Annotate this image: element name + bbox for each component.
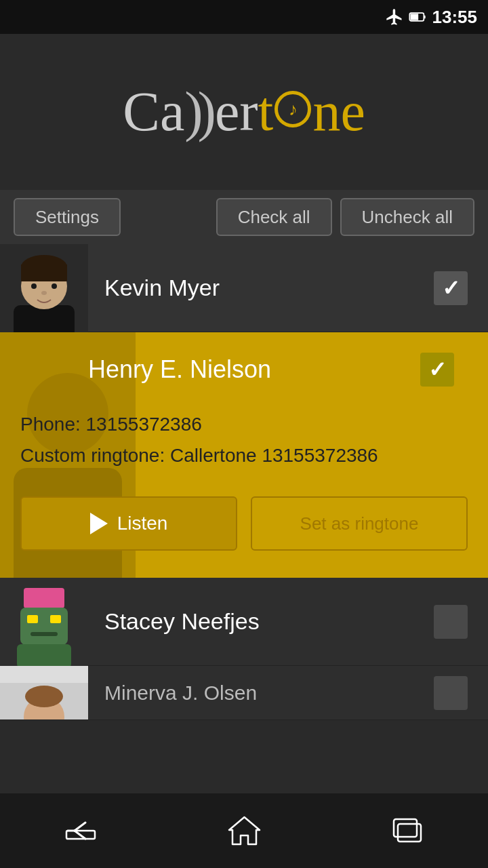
avatar-stacey xyxy=(0,578,88,666)
check-all-button[interactable]: Check all xyxy=(216,198,332,236)
henry-details: Phone: 13155372386 Custom ringtone: Call… xyxy=(0,400,488,483)
status-icons xyxy=(385,7,427,26)
svg-rect-15 xyxy=(24,588,64,608)
minerva-check-icon xyxy=(434,676,468,710)
svg-point-8 xyxy=(31,283,37,289)
recent-icon xyxy=(388,816,426,846)
minerva-name: Minerva J. Olsen xyxy=(88,682,427,705)
nav-bar xyxy=(0,793,488,868)
svg-rect-16 xyxy=(20,608,68,645)
status-time: 13:55 xyxy=(432,7,478,28)
svg-point-9 xyxy=(52,283,57,289)
henry-check-icon xyxy=(420,353,454,387)
contact-row-henry[interactable]: Henry E. Nielson Phone: 13155372386 Cust… xyxy=(0,332,488,578)
contact-row-stacey[interactable]: Stacey Neefjes xyxy=(0,578,488,666)
svg-rect-17 xyxy=(27,615,38,623)
status-bar: 13:55 xyxy=(0,0,488,34)
henry-phone: Phone: 13155372386 xyxy=(20,414,468,435)
toolbar: Settings Check all Uncheck all xyxy=(0,190,488,244)
battery-icon xyxy=(408,7,427,26)
logo-text: C xyxy=(123,80,160,144)
henry-actions: Listen Set as ringtone xyxy=(0,483,488,557)
svg-point-23 xyxy=(25,686,63,707)
henry-name: Henry E. Nielson xyxy=(75,355,413,384)
henry-header: Henry E. Nielson xyxy=(0,332,488,400)
avatar-kevin xyxy=(0,244,88,332)
contact-row-kevin[interactable]: Kevin Myer xyxy=(0,244,488,332)
kevin-check-icon xyxy=(434,271,468,305)
music-note-icon: ♪ xyxy=(274,91,311,127)
app-logo: C a )) er t ♪ ne xyxy=(123,80,365,144)
kevin-checkbox[interactable] xyxy=(427,264,474,312)
airplane-icon xyxy=(385,7,404,26)
home-button[interactable] xyxy=(197,804,291,858)
play-icon xyxy=(90,513,108,534)
listen-label: Listen xyxy=(117,513,168,534)
logo-area: C a )) er t ♪ ne xyxy=(0,34,488,190)
svg-rect-19 xyxy=(30,632,58,636)
avatar-minerva xyxy=(0,666,88,720)
svg-point-10 xyxy=(41,291,47,295)
svg-rect-7 xyxy=(21,264,67,281)
henry-checkbox[interactable] xyxy=(413,346,461,393)
recent-button[interactable] xyxy=(359,804,454,858)
contact-row-minerva[interactable]: Minerva J. Olsen xyxy=(0,666,488,720)
back-icon xyxy=(61,817,102,844)
stacey-name: Stacey Neefjes xyxy=(88,608,427,635)
minerva-checkbox[interactable] xyxy=(427,669,474,717)
uncheck-all-button[interactable]: Uncheck all xyxy=(340,198,474,236)
listen-button[interactable]: Listen xyxy=(20,496,237,551)
svg-rect-1 xyxy=(410,14,418,20)
svg-rect-2 xyxy=(424,16,425,19)
stacey-check-icon xyxy=(434,605,468,639)
svg-rect-18 xyxy=(50,615,61,623)
contact-list: Kevin Myer Henry E. Nielson Phone: 13155… xyxy=(0,244,488,720)
set-ringtone-button[interactable]: Set as ringtone xyxy=(251,496,468,551)
svg-rect-20 xyxy=(17,644,71,666)
back-button[interactable] xyxy=(34,804,129,858)
kevin-name: Kevin Myer xyxy=(88,275,427,301)
stacey-checkbox[interactable] xyxy=(427,598,474,646)
home-icon xyxy=(226,814,263,848)
settings-button[interactable]: Settings xyxy=(14,198,121,236)
henry-ringtone: Custom ringtone: Callertone 13155372386 xyxy=(20,445,468,467)
